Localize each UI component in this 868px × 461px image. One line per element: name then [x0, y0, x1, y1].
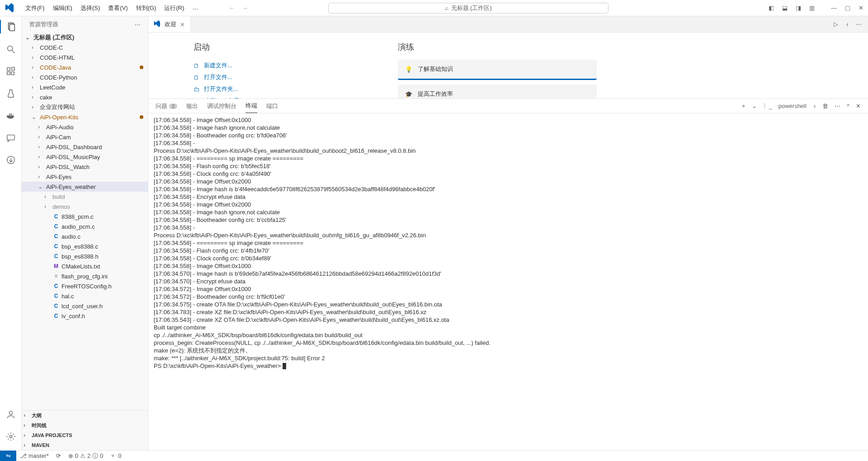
layout-panel-icon[interactable]: ⬓: [782, 5, 788, 11]
info-icon: ⓘ: [92, 452, 98, 460]
panel-tab-terminal[interactable]: 终端: [245, 99, 257, 113]
tree-item[interactable]: C audio.c: [22, 231, 148, 241]
run-icon[interactable]: ▷: [834, 21, 838, 28]
sync-icon[interactable]: ⟳: [52, 452, 65, 459]
tree-item[interactable]: ›CODE-HTML: [22, 52, 148, 62]
import-icon[interactable]: [6, 155, 16, 166]
tree-item[interactable]: C bsp_es8388.h: [22, 251, 148, 261]
search-activity-icon[interactable]: [6, 44, 16, 56]
close-icon[interactable]: ✕: [859, 5, 863, 11]
new-terminal-icon[interactable]: +: [742, 103, 745, 109]
split-terminal-icon[interactable]: ⫞: [813, 103, 816, 109]
tree-item[interactable]: ›cake: [22, 92, 148, 102]
tree-item[interactable]: ›AiPi-Cam: [22, 132, 148, 142]
menu-item[interactable]: 运行(R): [160, 2, 188, 14]
panel-tab-problems[interactable]: 问题2: [156, 99, 177, 113]
terminal-dropdown-icon[interactable]: ⌄: [752, 103, 757, 109]
sidebar-more-icon[interactable]: ⋯: [135, 21, 141, 28]
tree-item[interactable]: ≡ flash_prog_cfg.ini: [22, 271, 148, 281]
gear-icon[interactable]: [6, 432, 16, 443]
tree-item[interactable]: ›build: [22, 192, 148, 202]
titlebar: 文件(F)编辑(E)选择(S)查看(V)转到(G)运行(R)… ← → ⌕ 无标…: [0, 0, 868, 16]
menu-item[interactable]: 编辑(E): [49, 2, 76, 14]
walkthrough-card[interactable]: 🎓提高工作效率: [398, 85, 597, 99]
warning-icon: ⚠: [80, 452, 85, 459]
section-header[interactable]: ›大纲: [22, 410, 148, 420]
tree-item[interactable]: ⌄AiPi-Eyes_weather: [22, 182, 148, 192]
shell-label[interactable]: powershell: [778, 103, 807, 109]
welcome-link[interactable]: 🗀打开文件夹...: [193, 83, 244, 95]
menu-item[interactable]: 文件(F): [22, 2, 48, 14]
panel: 问题2 输出 调试控制台 终端 端口 + ⌄ 〉_ powershell ⫞ 🗑…: [148, 99, 868, 450]
docker-icon[interactable]: [6, 111, 16, 122]
tree-item[interactable]: ›AiPi-Audio: [22, 122, 148, 132]
menu-item[interactable]: 选择(S): [77, 2, 104, 14]
git-branch[interactable]: ⎇master*: [16, 452, 52, 459]
walkthrough-card[interactable]: 💡了解基础知识: [398, 60, 597, 80]
branch-icon: ⎇: [20, 452, 27, 459]
menu-item[interactable]: 转到(G): [132, 2, 160, 14]
svg-point-11: [9, 435, 12, 438]
layout-primary-icon[interactable]: ◧: [769, 5, 774, 11]
testing-icon[interactable]: [6, 89, 16, 100]
tree-item[interactable]: ›CODE-C: [22, 42, 148, 52]
close-panel-icon[interactable]: ✕: [856, 103, 861, 109]
tree-item[interactable]: ›企业宣传网站: [22, 102, 148, 112]
tree-item[interactable]: M CMakeLists.txt: [22, 261, 148, 271]
layout-secondary-icon[interactable]: ◨: [796, 5, 801, 11]
status-ports[interactable]: ᯤ0: [107, 452, 125, 459]
tree-item[interactable]: C hal.c: [22, 291, 148, 301]
kill-terminal-icon[interactable]: 🗑: [822, 103, 828, 109]
tree-item[interactable]: C FreeRTOSConfig.h: [22, 281, 148, 291]
panel-tab-ports[interactable]: 端口: [266, 99, 278, 113]
maximize-icon[interactable]: ▢: [845, 5, 850, 11]
command-center[interactable]: ⌕ 无标题 (工作区): [328, 3, 609, 14]
tree-item[interactable]: ›AiPi-Eyes: [22, 172, 148, 182]
tree-item[interactable]: ›CODE-Java: [22, 62, 148, 72]
extensions-icon[interactable]: [6, 66, 16, 78]
tree-item[interactable]: ›AiPi-DSL_Watch: [22, 162, 148, 172]
nav-back-icon[interactable]: ←: [229, 5, 235, 11]
tree-item[interactable]: C lcd_conf_user.h: [22, 301, 148, 311]
status-problems[interactable]: ⊗0 ⚠2 ⓘ0: [65, 452, 107, 460]
tree-item[interactable]: C audio_pcm.c: [22, 221, 148, 231]
nav-forward-icon[interactable]: →: [242, 5, 248, 11]
tree-item[interactable]: C lv_conf.h: [22, 311, 148, 321]
menu-item[interactable]: 查看(V): [104, 2, 131, 14]
maximize-panel-icon[interactable]: ^: [847, 103, 849, 109]
welcome-link[interactable]: ⎇克隆 Git 仓库...: [193, 95, 244, 99]
tree-item[interactable]: ⌄无标题 (工作区): [22, 33, 148, 42]
tab-welcome[interactable]: 欢迎 ✕: [148, 16, 191, 32]
panel-more-icon[interactable]: ⋯: [835, 103, 840, 109]
editor-area: 欢迎 ✕ ▷ ⫞ ⋯ 启动 🗋新建文件...🗋打开文件...🗀打开文件夹...⎇…: [148, 16, 868, 450]
file-tree: ⌄无标题 (工作区)›CODE-C›CODE-HTML›CODE-Java›CO…: [22, 33, 148, 410]
chat-icon[interactable]: [6, 133, 16, 144]
account-icon[interactable]: [6, 409, 16, 421]
terminal-output[interactable]: [17:06:34.558] - Image Offset:0x1000 [17…: [148, 113, 868, 450]
panel-tab-output[interactable]: 输出: [186, 99, 198, 113]
panel-tab-debug[interactable]: 调试控制台: [207, 99, 236, 113]
section-header[interactable]: ›时间线: [22, 420, 148, 430]
layout-custom-icon[interactable]: ▥: [809, 5, 815, 11]
tab-close-icon[interactable]: ✕: [180, 21, 185, 28]
tree-item[interactable]: ›demos: [22, 202, 148, 212]
minimize-icon[interactable]: —: [831, 5, 837, 11]
welcome-link[interactable]: 🗋打开文件...: [193, 71, 244, 83]
tree-item[interactable]: ›AiPi-DSL_MusicPlay: [22, 152, 148, 162]
tree-item[interactable]: ⌄AiPi-Open-Kits: [22, 112, 148, 122]
section-header[interactable]: ›JAVA PROJECTS: [22, 430, 148, 440]
tree-item[interactable]: ›LeetCode: [22, 82, 148, 92]
menu-item[interactable]: …: [189, 2, 202, 14]
tree-item[interactable]: C bsp_es8388.c: [22, 241, 148, 251]
explorer-icon[interactable]: [0, 20, 21, 33]
editor-tabs: 欢迎 ✕ ▷ ⫞ ⋯: [148, 16, 868, 33]
tree-item[interactable]: ›CODE-Python: [22, 72, 148, 82]
remote-icon[interactable]: ⇋: [0, 451, 16, 461]
more-icon[interactable]: ⋯: [856, 21, 862, 28]
tree-item[interactable]: ›AiPi-DSL_Dashboard: [22, 142, 148, 152]
welcome-link[interactable]: 🗋新建文件...: [193, 60, 244, 71]
tree-item[interactable]: C 8388_pcm.c: [22, 212, 148, 221]
split-icon[interactable]: ⫞: [845, 21, 849, 28]
vscode-logo-icon: [0, 3, 20, 13]
section-header[interactable]: ›MAVEN: [22, 440, 148, 450]
